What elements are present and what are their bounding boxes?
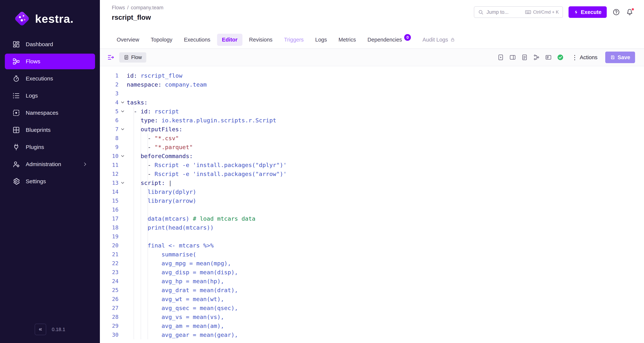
sidebar-item-plugins[interactable]: Plugins: [5, 139, 95, 155]
code-line[interactable]: 5 - id: rscript: [100, 107, 644, 116]
code-line[interactable]: 23 avg_disp = mean(disp),: [100, 268, 644, 277]
code-line[interactable]: 9 - "*.parquet": [100, 143, 644, 152]
fold-chevron-down-icon[interactable]: [118, 125, 127, 134]
sidebar-item-settings[interactable]: Settings: [5, 174, 95, 189]
notifications-button[interactable]: [626, 8, 634, 16]
code-line[interactable]: 13 script: |: [100, 178, 644, 187]
code-line[interactable]: 22 avg_mpg = mean(mpg),: [100, 259, 644, 268]
code-line[interactable]: 18 print(head(mtcars)): [100, 223, 644, 232]
sidebar-item-administration[interactable]: Administration: [5, 156, 95, 172]
breadcrumb: Flows / company.team: [112, 5, 164, 10]
line-number: 26: [100, 295, 118, 304]
code-line[interactable]: 20 final <- mtcars %>%: [100, 241, 644, 250]
code-line[interactable]: 21 summarise(: [100, 250, 644, 259]
save-button-label: Save: [618, 54, 630, 60]
sidebar-item-blueprints[interactable]: Blueprints: [5, 122, 95, 138]
code-line[interactable]: 6 type: io.kestra.plugin.scripts.r.Scrip…: [100, 116, 644, 125]
fold-chevron-down-icon[interactable]: [118, 98, 127, 107]
tab-logs[interactable]: Logs: [310, 34, 332, 46]
code-line-text: print(head(mtcars)): [127, 223, 644, 232]
code-line[interactable]: 3: [100, 89, 644, 98]
code-line[interactable]: 26 avg_wt = mean(wt),: [100, 295, 644, 304]
tab-editor[interactable]: Editor: [217, 34, 242, 46]
tab-topology[interactable]: Topology: [146, 34, 177, 46]
code-line[interactable]: 28 avg_vs = mean(vs),: [100, 313, 644, 322]
code-line-text: [127, 89, 644, 98]
code-line[interactable]: 11 - Rscript -e 'install.packages("dplyr…: [100, 161, 644, 169]
line-number: 20: [100, 241, 118, 250]
breadcrumb-namespace[interactable]: company.team: [131, 5, 164, 10]
flow-file-tab[interactable]: Flow: [119, 52, 146, 62]
code-editor[interactable]: 1id: rscript_flow2namespace: company.tea…: [100, 66, 644, 343]
logs-icon: [12, 92, 20, 100]
help-button[interactable]: [612, 8, 620, 16]
sidebar-item-logs[interactable]: Logs: [5, 88, 95, 103]
code-line[interactable]: 4tasks:: [100, 98, 644, 107]
code-line[interactable]: 8 - "*.csv": [100, 134, 644, 143]
fold-chevron-down-icon[interactable]: [118, 178, 127, 187]
chevron-down-icon: [120, 180, 125, 185]
fold-gutter: [118, 250, 127, 259]
fold-gutter: [118, 89, 127, 98]
tab-label: Topology: [151, 37, 172, 43]
tab-dependencies[interactable]: Dependencies0: [362, 33, 416, 46]
code-line[interactable]: 14 library(dplyr): [100, 187, 644, 196]
sidebar-item-dashboard[interactable]: Dashboard: [5, 36, 95, 52]
search-placeholder: Jump to...: [486, 9, 509, 15]
tab-label: Metrics: [338, 37, 356, 43]
fold-chevron-down-icon[interactable]: [118, 152, 127, 161]
tab-executions[interactable]: Executions: [179, 34, 215, 46]
breadcrumb-flows[interactable]: Flows: [112, 5, 125, 10]
code-line[interactable]: 7 outputFiles:: [100, 125, 644, 134]
tab-overview[interactable]: Overview: [112, 34, 144, 46]
code-line[interactable]: 19: [100, 232, 644, 241]
page-header-left: Flows / company.team rscript_flow: [112, 5, 164, 21]
actions-button[interactable]: ⋮ Actions: [570, 54, 598, 61]
code-line[interactable]: 30 avg_gear = mean(gear),: [100, 330, 644, 339]
code-line-text: [127, 205, 644, 214]
tab-metrics[interactable]: Metrics: [334, 34, 360, 46]
sidebar-item-label: Logs: [26, 92, 38, 99]
line-number: 21: [100, 250, 118, 259]
validation-check-icon-button[interactable]: [557, 54, 564, 61]
code-line[interactable]: 17 data(mtcars) # load mtcars data: [100, 214, 644, 223]
topology-icon-button[interactable]: [533, 54, 540, 61]
sidebar-item-executions[interactable]: Executions: [5, 71, 95, 86]
tab-revisions[interactable]: Revisions: [244, 34, 278, 46]
code-line-text: type: io.kestra.plugin.scripts.r.Script: [127, 116, 644, 125]
tab-triggers[interactable]: Triggers: [279, 34, 308, 46]
code-line[interactable]: 16: [100, 205, 644, 214]
code-line[interactable]: 12 - Rscript -e 'install.packages("arrow…: [100, 169, 644, 178]
fold-gutter: [118, 268, 127, 277]
fold-chevron-down-icon[interactable]: [118, 107, 127, 116]
split-panel-icon-button[interactable]: [509, 54, 516, 61]
namespaces-icon: [12, 109, 20, 117]
toggle-file-explorer-button[interactable]: [107, 54, 114, 61]
plugins-icon: [12, 143, 20, 151]
code-line[interactable]: 10 beforeCommands:: [100, 152, 644, 161]
line-number: 5: [100, 107, 118, 116]
code-line[interactable]: 24 avg_hp = mean(hp),: [100, 277, 644, 286]
blueprints-icon: [12, 126, 20, 134]
code-line[interactable]: 29 avg_am = mean(am),: [100, 322, 644, 330]
file-doc-icon: [521, 54, 528, 61]
execute-button[interactable]: Execute: [568, 6, 607, 18]
code-line[interactable]: 25 avg_drat = mean(drat),: [100, 286, 644, 295]
kestra-logo[interactable]: kestra.: [0, 0, 100, 31]
sidebar-item-namespaces[interactable]: Namespaces: [5, 105, 95, 121]
list-panel-icon-button[interactable]: [545, 54, 552, 61]
code-line[interactable]: 1id: rscript_flow: [100, 71, 644, 80]
run-file-icon-button[interactable]: [497, 54, 504, 61]
file-doc-icon-button[interactable]: [521, 54, 528, 61]
jump-to-search[interactable]: Jump to... Ctrl/Cmd + K: [474, 6, 563, 18]
code-line[interactable]: 2namespace: company.team: [100, 80, 644, 89]
sidebar-item-flows[interactable]: Flows: [5, 54, 95, 69]
tab-audit-logs[interactable]: Audit Logs: [418, 34, 460, 46]
save-button[interactable]: Save: [605, 51, 635, 63]
sidebar-item-label: Namespaces: [26, 110, 58, 116]
code-line[interactable]: 15 library(arrow): [100, 196, 644, 205]
fold-gutter: [118, 161, 127, 169]
line-number: 11: [100, 161, 118, 169]
sidebar-collapse-button[interactable]: «: [35, 324, 46, 335]
code-line[interactable]: 27 avg_qsec = mean(qsec),: [100, 304, 644, 313]
